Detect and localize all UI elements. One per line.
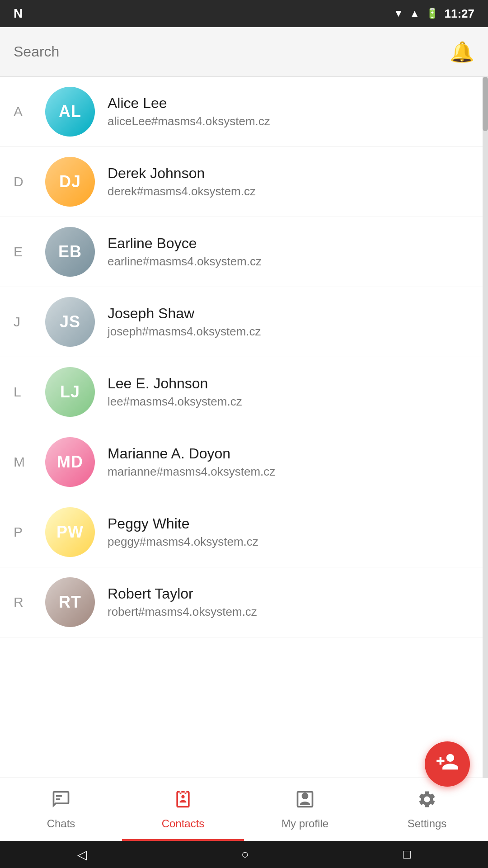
add-person-icon [436, 750, 459, 778]
battery-icon: 🔋 [426, 8, 438, 19]
list-item[interactable]: E EB Earline Boyce earline#masms4.oksyst… [0, 217, 488, 287]
list-item[interactable]: A AL Alice Lee aliceLee#masms4.oksystem.… [0, 77, 488, 147]
add-contact-fab[interactable] [425, 741, 470, 787]
avatar-derek: DJ [45, 157, 95, 207]
list-item[interactable]: P PW Peggy White peggy#masms4.oksystem.c… [0, 497, 488, 567]
contact-letter-earline: E [14, 244, 36, 259]
list-item[interactable]: R RT Robert Taylor robert#masms4.oksyste… [0, 567, 488, 637]
contact-email-alice: aliceLee#masms4.oksystem.cz [108, 114, 474, 128]
myprofile-label: My profile [282, 817, 328, 830]
contact-email-peggy: peggy#masms4.oksystem.cz [108, 535, 474, 549]
bottom-nav: Chats Contacts My profile Settings [0, 778, 488, 841]
nav-item-myprofile[interactable]: My profile [244, 778, 366, 841]
contacts-label: Contacts [162, 817, 205, 830]
android-nav: ◁ ○ □ [0, 841, 488, 868]
nav-item-contacts[interactable]: Contacts [122, 778, 244, 841]
search-input[interactable] [14, 43, 450, 60]
avatar-robert: RT [45, 577, 95, 627]
status-bar-right: ▼ ▲ 🔋 11:27 [394, 7, 474, 21]
contact-info-derek: Derek Johnson derek#masms4.oksystem.cz [108, 165, 474, 198]
nav-item-chats[interactable]: Chats [0, 778, 122, 841]
contact-email-joseph: joseph#masms4.oksystem.cz [108, 325, 474, 339]
contact-name-marianne: Marianne A. Doyon [108, 445, 474, 462]
avatar-alice: AL [45, 87, 95, 137]
wifi-icon: ▼ [394, 8, 404, 19]
list-item[interactable]: M MD Marianne A. Doyon marianne#masms4.o… [0, 427, 488, 497]
contact-letter-joseph: J [14, 314, 36, 330]
contact-name-robert: Robert Taylor [108, 585, 474, 602]
list-item[interactable]: D DJ Derek Johnson derek#masms4.oksystem… [0, 147, 488, 217]
contact-letter-derek: D [14, 174, 36, 189]
avatar-lee: LJ [45, 367, 95, 417]
settings-label: Settings [408, 817, 447, 830]
contact-info-alice: Alice Lee aliceLee#masms4.oksystem.cz [108, 95, 474, 128]
contact-letter-alice: A [14, 104, 36, 119]
myprofile-icon [295, 789, 315, 814]
contact-info-earline: Earline Boyce earline#masms4.oksystem.cz [108, 235, 474, 269]
list-item[interactable]: J JS Joseph Shaw joseph#masms4.oksystem.… [0, 287, 488, 357]
avatar-marianne: MD [45, 437, 95, 487]
scrollbar-thumb[interactable] [483, 77, 488, 131]
contact-letter-marianne: M [14, 454, 36, 470]
contact-name-joseph: Joseph Shaw [108, 305, 474, 322]
search-bar: 🔔 [0, 27, 488, 77]
chats-label: Chats [47, 817, 75, 830]
chats-icon [51, 789, 71, 814]
avatar-earline: EB [45, 227, 95, 277]
contact-email-earline: earline#masms4.oksystem.cz [108, 255, 474, 269]
back-button[interactable]: ◁ [77, 847, 87, 862]
contact-name-alice: Alice Lee [108, 95, 474, 112]
contact-name-peggy: Peggy White [108, 515, 474, 532]
contact-letter-peggy: P [14, 524, 36, 540]
svg-rect-1 [56, 798, 60, 800]
nav-item-settings[interactable]: Settings [366, 778, 488, 841]
contact-letter-lee: L [14, 384, 36, 400]
contacts-list: A AL Alice Lee aliceLee#masms4.oksystem.… [0, 77, 488, 778]
avatar-peggy: PW [45, 507, 95, 557]
status-bar-left: N [14, 6, 23, 21]
contact-info-lee: Lee E. Johnson lee#masms4.oksystem.cz [108, 375, 474, 409]
settings-icon [417, 789, 437, 814]
contact-name-lee: Lee E. Johnson [108, 375, 474, 392]
contact-email-marianne: marianne#masms4.oksystem.cz [108, 465, 474, 479]
signal-icon: ▲ [410, 8, 420, 19]
contact-email-lee: lee#masms4.oksystem.cz [108, 395, 474, 409]
contact-email-derek: derek#masms4.oksystem.cz [108, 184, 474, 198]
recent-button[interactable]: □ [403, 847, 411, 862]
contacts-icon [173, 789, 193, 814]
status-time: 11:27 [445, 7, 475, 21]
contact-name-earline: Earline Boyce [108, 235, 474, 252]
contact-name-derek: Derek Johnson [108, 165, 474, 182]
status-bar: N ▼ ▲ 🔋 11:27 [0, 0, 488, 27]
contact-info-robert: Robert Taylor robert#masms4.oksystem.cz [108, 585, 474, 619]
contact-info-joseph: Joseph Shaw joseph#masms4.oksystem.cz [108, 305, 474, 339]
avatar-joseph: JS [45, 297, 95, 347]
contact-info-peggy: Peggy White peggy#masms4.oksystem.cz [108, 515, 474, 549]
notification-bell-icon[interactable]: 🔔 [450, 40, 474, 64]
list-item[interactable]: L LJ Lee E. Johnson lee#masms4.oksystem.… [0, 357, 488, 427]
home-button[interactable]: ○ [241, 847, 249, 862]
app-logo: N [14, 6, 23, 21]
scrollbar[interactable] [483, 77, 488, 778]
contact-letter-robert: R [14, 594, 36, 610]
contact-info-marianne: Marianne A. Doyon marianne#masms4.oksyst… [108, 445, 474, 479]
svg-rect-0 [56, 795, 62, 797]
contact-email-robert: robert#masms4.oksystem.cz [108, 605, 474, 619]
